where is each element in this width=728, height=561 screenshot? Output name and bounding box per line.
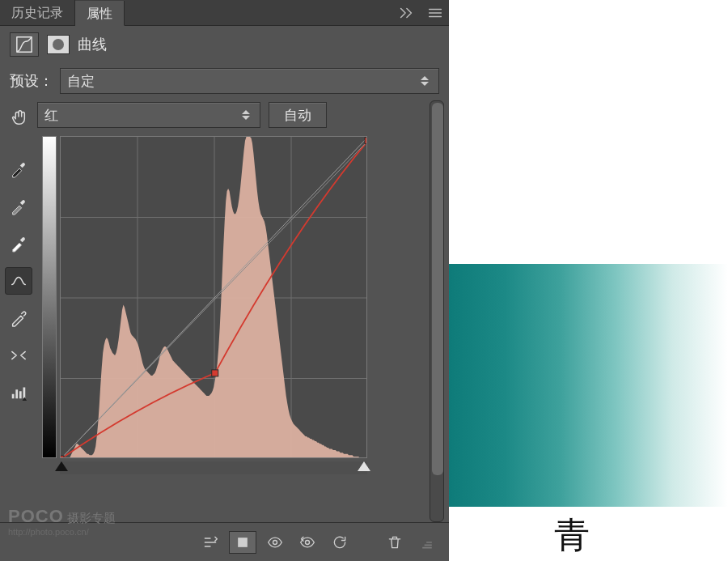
curves-graph[interactable] xyxy=(42,136,370,476)
black-point-eyedropper-icon[interactable] xyxy=(5,155,32,183)
preset-select[interactable]: 自定 xyxy=(60,68,439,94)
watermark-url: http://photo.poco.cn/ xyxy=(8,527,116,537)
panel-tabs: 历史记录 属性 xyxy=(0,0,449,26)
channel-row: 红 自动 xyxy=(37,97,418,136)
svg-rect-11 xyxy=(365,138,367,144)
svg-rect-12 xyxy=(238,538,248,547)
curve-canvas[interactable] xyxy=(61,137,367,458)
preset-value: 自定 xyxy=(67,72,95,91)
channel-value: 红 xyxy=(44,106,58,125)
channel-select[interactable]: 红 xyxy=(37,102,260,128)
properties-panel: 历史记录 属性 曲线 预设： 自定 xyxy=(0,0,449,561)
chevron-updown-icon xyxy=(417,76,432,86)
clip-to-layer-icon[interactable] xyxy=(229,531,256,554)
tab-properties[interactable]: 属性 xyxy=(75,1,125,26)
curves-icon xyxy=(10,32,39,57)
freehand-curve-icon[interactable] xyxy=(5,304,32,332)
tab-history[interactable]: 历史记录 xyxy=(0,0,75,25)
collapse-icon[interactable] xyxy=(397,4,415,22)
black-input-slider[interactable] xyxy=(55,461,68,471)
panel-footer: POCO摄影专题 http://photo.poco.cn/ xyxy=(0,522,449,561)
gray-point-eyedropper-icon[interactable] xyxy=(5,193,32,220)
adjustment-title: 曲线 xyxy=(78,35,107,54)
layer-mask-icon[interactable] xyxy=(47,35,70,54)
previous-state-icon[interactable] xyxy=(294,531,321,554)
watermark: POCO摄影专题 http://photo.poco.cn/ xyxy=(8,506,116,537)
panel-menu-icon[interactable] xyxy=(426,4,444,22)
white-point-eyedropper-icon[interactable] xyxy=(5,230,32,257)
white-input-slider[interactable] xyxy=(358,461,370,471)
color-label: 青 xyxy=(554,512,590,559)
svg-point-13 xyxy=(273,540,277,544)
align-icon[interactable] xyxy=(197,531,224,554)
panel-scrollbar[interactable] xyxy=(430,100,444,522)
delete-icon[interactable] xyxy=(381,531,408,554)
chevron-updown-icon xyxy=(239,110,253,120)
smooth-curve-icon[interactable] xyxy=(5,267,32,295)
curve-tool-column xyxy=(0,97,37,522)
preset-row: 预设： 自定 xyxy=(0,63,449,97)
clip-histogram-icon[interactable] xyxy=(5,379,32,406)
svg-rect-9 xyxy=(61,456,64,458)
footer-grip-icon xyxy=(413,531,441,554)
adjustment-header: 曲线 xyxy=(0,26,449,63)
targeted-adjust-icon[interactable] xyxy=(5,104,32,131)
output-gradient-strip xyxy=(42,136,57,458)
watermark-brand: POCO xyxy=(8,506,64,526)
auto-button[interactable]: 自动 xyxy=(269,102,327,128)
reset-icon[interactable] xyxy=(326,531,353,554)
preview-area: 青 xyxy=(449,0,728,561)
scrollbar-thumb[interactable] xyxy=(432,103,443,475)
svg-rect-10 xyxy=(212,370,218,376)
preset-label: 预设： xyxy=(10,71,53,91)
auto-smooth-icon[interactable] xyxy=(5,342,32,369)
visibility-icon[interactable] xyxy=(261,531,289,554)
cyan-gradient-swatch xyxy=(449,264,728,507)
watermark-sub: 摄影专题 xyxy=(67,511,116,525)
svg-point-14 xyxy=(306,540,310,544)
input-slider-strip xyxy=(60,461,367,474)
